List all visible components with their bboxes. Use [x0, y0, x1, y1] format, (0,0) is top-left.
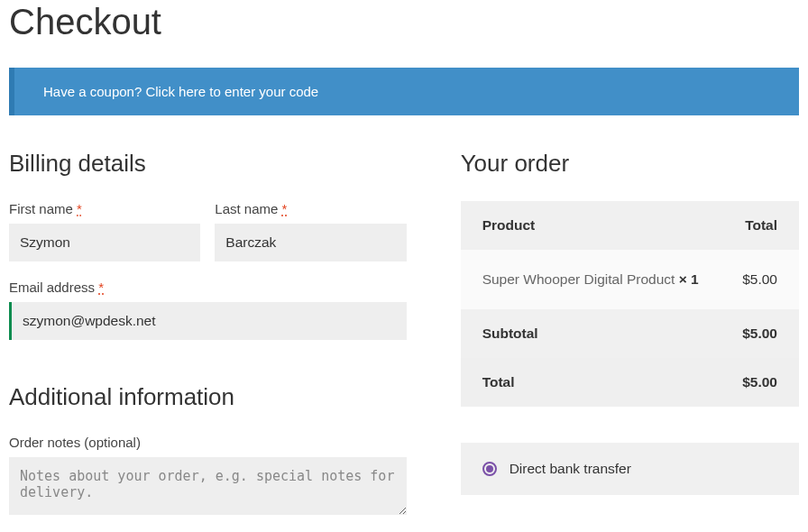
required-mark: * — [98, 280, 104, 295]
order-heading: Your order — [461, 150, 799, 178]
order-total-label: Total — [482, 374, 515, 390]
payment-option-direct-bank[interactable]: Direct bank transfer — [482, 461, 777, 477]
order-subtotal-label: Subtotal — [482, 326, 538, 342]
order-item-qty-prefix: × — [679, 271, 691, 287]
payment-option-label: Direct bank transfer — [510, 461, 631, 477]
order-item-qty: × 1 — [679, 271, 699, 287]
first-name-field-wrapper: First name * — [9, 201, 200, 261]
payment-methods: Direct bank transfer — [461, 443, 799, 495]
order-total-row: Total $5.00 — [461, 358, 799, 407]
first-name-label-text: First name — [9, 201, 73, 216]
order-subtotal-value: $5.00 — [742, 326, 777, 342]
order-column: Your order Product Total Super Whooper D… — [461, 150, 799, 495]
page-title: Checkout — [9, 2, 799, 42]
email-label: Email address * — [9, 280, 407, 295]
order-item-row: Super Whooper Digital Product × 1 $5.00 — [461, 250, 799, 309]
last-name-label: Last name * — [215, 201, 406, 216]
order-item-name-cell: Super Whooper Digital Product × 1 — [482, 271, 699, 288]
order-item-price: $5.00 — [742, 271, 777, 288]
order-table-head: Product Total — [461, 201, 799, 250]
coupon-notice[interactable]: Have a coupon? Click here to enter your … — [9, 68, 799, 115]
billing-heading: Billing details — [9, 150, 407, 178]
radio-icon — [482, 462, 497, 476]
email-input[interactable] — [9, 302, 407, 340]
order-item-qty-val: 1 — [691, 271, 699, 287]
additional-heading: Additional information — [9, 383, 407, 411]
order-notes-wrapper: Order notes (optional) — [9, 435, 407, 518]
order-item-name: Super Whooper Digital Product — [482, 271, 675, 287]
first-name-input[interactable] — [9, 224, 200, 261]
last-name-field-wrapper: Last name * — [215, 201, 406, 261]
coupon-link[interactable]: Click here to enter your code — [145, 84, 318, 99]
required-mark: * — [282, 201, 288, 216]
first-name-label: First name * — [9, 201, 200, 216]
order-notes-textarea[interactable] — [9, 457, 407, 515]
order-head-total: Total — [745, 217, 777, 234]
coupon-prompt-text: Have a coupon? — [43, 84, 145, 99]
email-label-text: Email address — [9, 280, 95, 295]
email-field-wrapper: Email address * — [9, 280, 407, 340]
order-notes-label: Order notes (optional) — [9, 435, 407, 450]
required-mark: * — [77, 201, 82, 216]
last-name-label-text: Last name — [215, 201, 278, 216]
last-name-input[interactable] — [215, 224, 406, 261]
order-subtotal-row: Subtotal $5.00 — [461, 309, 799, 358]
order-head-product: Product — [482, 217, 536, 234]
billing-column: Billing details First name * Last name *… — [9, 150, 407, 518]
order-table: Product Total Super Whooper Digital Prod… — [461, 201, 799, 407]
order-total-value: $5.00 — [742, 374, 777, 390]
